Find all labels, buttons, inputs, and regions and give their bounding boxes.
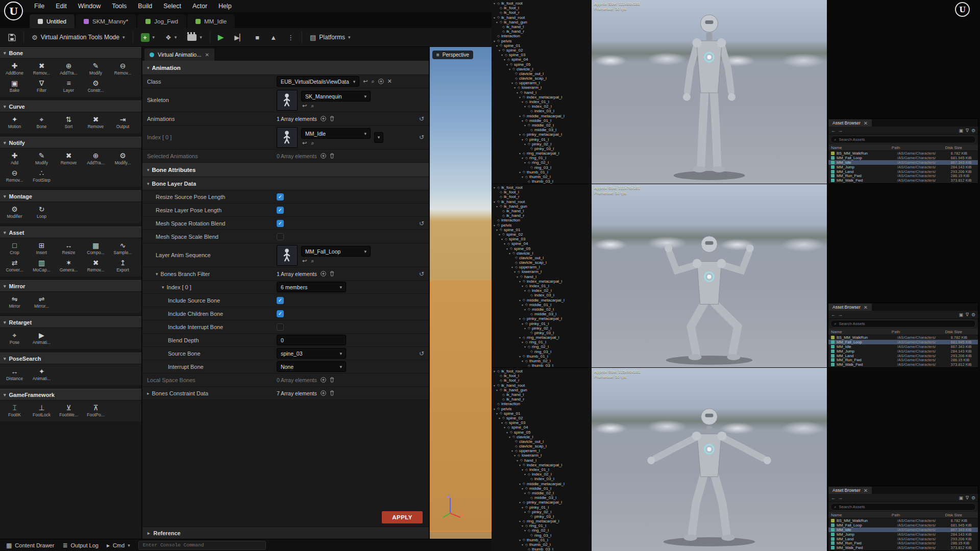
menu-edit[interactable]: Edit: [50, 1, 72, 11]
bone-tree-item[interactable]: ▾◇clavicle_l: [492, 435, 591, 439]
tool-compo-[interactable]: ▦Compo...: [82, 240, 109, 257]
bone-tree-item[interactable]: ▾◇spine_05: [492, 430, 591, 434]
bone-tree-item[interactable]: ▾◇middle_02_l: [492, 307, 591, 312]
stop-button[interactable]: ■: [252, 32, 262, 43]
asset-row-mm_idle[interactable]: MM_Idle/AS/Game/Characters/867.343 KiB: [828, 528, 978, 532]
bone-tree-item[interactable]: ◇clavicle_scap_l: [492, 444, 591, 448]
asset-browser-tab[interactable]: Asset Browser✕: [828, 487, 872, 494]
asset-row-mm_fall_loop[interactable]: MM_Fall_Loop/AS/Game/Characters/681.945 …: [828, 523, 978, 528]
bone-tree-item[interactable]: ▾◇ik_foot_root: [492, 1, 591, 6]
bone-tree-item[interactable]: ◇clavicle_out_l: [492, 256, 591, 260]
asset-row-mm_idle[interactable]: MM_Idle/AS/Game/Characters/867.343 KiB: [828, 344, 978, 349]
asset-search-input[interactable]: ⌕Search Assets: [830, 503, 976, 511]
add-actor-button[interactable]: +▾: [138, 31, 158, 44]
apply-button[interactable]: APPLY: [382, 511, 423, 523]
checkbox-include-source-bone[interactable]: ✓: [277, 297, 284, 304]
bone-tree-item[interactable]: ▾◇pinky_metacarpal_l: [492, 316, 591, 321]
forward-arrow-icon[interactable]: →: [838, 312, 843, 317]
menu-build[interactable]: Build: [132, 1, 158, 11]
tool-footstep[interactable]: ∴FootStep: [28, 167, 55, 185]
tool-section-header-asset[interactable]: ▾Asset: [0, 227, 141, 238]
bone-tree-item[interactable]: ◇index_03_l: [492, 109, 591, 113]
asset-row-mm_idle[interactable]: MM_Idle/AS/Game/Characters/867.343 KiB: [828, 160, 978, 165]
tool-output[interactable]: ⇥Output: [109, 114, 136, 131]
asset-row-bs_mm_walkrun[interactable]: BS_MM_WalkRun/AS/Game/Characters/8.782 K…: [828, 151, 978, 156]
bone-tree-item[interactable]: ▾◇index_metacarpal_l: [492, 463, 591, 467]
asset-search-input[interactable]: ⌕Search Assets: [830, 136, 976, 143]
bone-tree-item[interactable]: ◇ik_hand_l: [492, 392, 591, 397]
tool-section-header-gameframework[interactable]: ▾GameFramework: [0, 389, 141, 400]
bone-tree-item[interactable]: ◇ring_03_l: [492, 165, 591, 170]
bone-tree-item[interactable]: ▾◇index_02_l: [492, 288, 591, 293]
tool-pose[interactable]: ⌖Pose: [1, 330, 28, 347]
bone-tree-item[interactable]: ◇index_03_l: [492, 293, 591, 297]
column-name[interactable]: Name: [831, 513, 892, 517]
asset-row-mm_walk_inplace[interactable]: MM_Walk_InPlace/AS/Game/Characters/594.9…: [828, 367, 978, 368]
tool-layer[interactable]: ≡Layer: [55, 78, 82, 95]
asset-row-mm_jump[interactable]: MM_Jump/AS/Game/Characters/284.143 KiB: [828, 349, 978, 354]
back-arrow-icon[interactable]: ←: [831, 495, 836, 500]
bone-tree-item[interactable]: ▾◇ik_hand_root: [492, 15, 591, 20]
bone-tree-item[interactable]: ◇ik_foot_l: [492, 6, 591, 10]
tool-section-header-montage[interactable]: ▾Montage: [0, 190, 141, 202]
content-drawer-button[interactable]: ▦ Content Drawer: [6, 542, 54, 549]
bone-tree-item[interactable]: ◇pinky_03_l: [492, 146, 591, 151]
tool-remov-[interactable]: ✖Remov...: [28, 60, 55, 78]
bone-tree-item[interactable]: ▾◇spine_01: [492, 411, 591, 416]
browse-icon[interactable]: ⌕: [311, 258, 314, 264]
bone-tree-item[interactable]: ▾◇pinky_02_l: [492, 326, 591, 331]
bone-tree-item[interactable]: ▾◇spine_02: [492, 48, 591, 53]
bone-tree-item[interactable]: ◇ik_foot_l: [492, 190, 591, 194]
tool-distance[interactable]: ↔Distance: [1, 366, 28, 383]
bone-tree-item[interactable]: ◇interaction: [492, 34, 591, 38]
tool-remov-[interactable]: ⊖Remov...: [1, 167, 28, 185]
close-icon[interactable]: ✕: [864, 305, 868, 310]
bone-tree-item[interactable]: ▾◇pinky_01_l: [492, 137, 591, 141]
forward-arrow-icon[interactable]: →: [838, 495, 843, 500]
tool-modifier[interactable]: ⚙Modifier: [1, 204, 28, 221]
column-path[interactable]: Path: [892, 330, 945, 334]
number-input-blend-depth[interactable]: 0: [277, 335, 346, 345]
tool-section-header-retarget[interactable]: ▾Retarget: [0, 316, 141, 328]
combo-caret-button[interactable]: ▾: [374, 132, 383, 143]
use-selected-icon[interactable]: ↩: [302, 140, 307, 146]
add-element-icon[interactable]: [321, 377, 326, 383]
bone-tree-item[interactable]: ▾◇thumb_02_l: [492, 359, 591, 363]
tab-skm_manny-[interactable]: SKM_Manny*: [76, 14, 136, 28]
delete-elements-icon[interactable]: [330, 271, 334, 277]
asset-row-bs_mm_walkrun[interactable]: BS_MM_WalkRun/AS/Game/Characters/8.782 K…: [828, 518, 978, 523]
bone-tree-item[interactable]: ▾◇thumb_01_l: [492, 354, 591, 359]
asset-row-mm_walk_inplace[interactable]: MM_Walk_InPlace/AS/Game/Characters/594.9…: [828, 183, 978, 184]
tool-resize[interactable]: ↔Resize: [55, 240, 82, 257]
tool-loop[interactable]: ↻Loop: [28, 204, 55, 221]
viewport-camera-menu[interactable]: ≡ Perspective: [432, 51, 473, 59]
section-row-animation[interactable]: ▾Animation: [142, 61, 429, 75]
add-element-icon[interactable]: [321, 390, 326, 396]
bone-tree-item[interactable]: ▾◇pinky_metacarpal_l: [492, 500, 591, 505]
chevron-down-icon[interactable]: ▾: [162, 285, 164, 290]
settings-icon[interactable]: ⚙: [971, 128, 975, 133]
bone-tree-item[interactable]: ▾◇ik_hand_root: [492, 383, 591, 388]
tool-footwe-[interactable]: ⊻FootWe...: [55, 402, 82, 419]
chevron-down-icon[interactable]: ▾: [156, 271, 158, 277]
new-object-icon[interactable]: [378, 79, 384, 84]
asset-search-input[interactable]: ⌕Search Assets: [830, 320, 976, 328]
bone-tree-item[interactable]: ▾◇ik_hand_root: [492, 199, 591, 204]
bone-tree-item[interactable]: ▾◇ik_foot_root: [492, 185, 591, 190]
browse-icon[interactable]: ⌕: [311, 103, 314, 109]
dropdown-interrupt-bone[interactable]: None▾: [277, 361, 346, 372]
add-element-icon[interactable]: [321, 153, 326, 159]
bone-tree-item[interactable]: ◇middle_03_l: [492, 128, 591, 132]
save-icon[interactable]: ▣: [959, 128, 963, 133]
tool-section-header-mirror[interactable]: ▾Mirror: [0, 280, 141, 292]
close-icon[interactable]: ✕: [205, 52, 209, 58]
bone-tree-item[interactable]: ▾◇spine_04: [492, 57, 591, 62]
bone-tree-item[interactable]: ▾◇spine_04: [492, 425, 591, 430]
back-arrow-icon[interactable]: ←: [831, 128, 836, 133]
bone-tree-item[interactable]: ◇thumb_03_l: [492, 547, 591, 551]
play-button[interactable]: ▶: [215, 31, 227, 44]
bone-tree-item[interactable]: ▾◇pelvis: [492, 39, 591, 43]
tool-footik[interactable]: ⌶FootIK: [1, 402, 28, 419]
bone-tree-item[interactable]: ▾◇ring_metacarpal_l: [492, 151, 591, 156]
bone-tree-item[interactable]: ◇thumb_03_l: [492, 363, 591, 367]
